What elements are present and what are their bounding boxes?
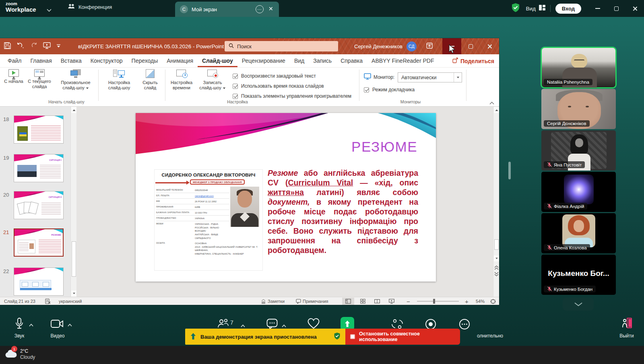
chat-chevron-icon[interactable] [282, 322, 286, 329]
scrollbar-thumb[interactable] [494, 239, 499, 250]
language-indicator[interactable]: украинский [59, 297, 82, 305]
banner-shield-icon[interactable] [334, 332, 341, 341]
view-button-label[interactable]: Вид [526, 6, 535, 12]
participants-scroll-down-button[interactable] [563, 298, 594, 311]
redo-icon[interactable] [30, 42, 37, 50]
customize-qat-icon[interactable] [56, 43, 61, 50]
ppt-search-box[interactable]: Поиск [225, 41, 338, 51]
tab-help[interactable]: Справка [336, 54, 367, 67]
view-slideshow-button[interactable] [386, 298, 398, 305]
slide-thumbnail-20[interactable]: СИТУАЦІЯ ІІ [14, 191, 64, 219]
custom-slideshow-button[interactable]: Произвольное слайд-шоу [56, 69, 96, 91]
checkbox-play-narrations[interactable]: Воспроизвести закадровый текст [233, 73, 316, 79]
view-normal-button[interactable] [342, 298, 354, 305]
ribbon-display-options-icon[interactable] [426, 43, 433, 50]
workspace-chevron-icon[interactable] [47, 6, 52, 14]
collapse-ribbon-icon[interactable] [489, 101, 494, 105]
comments-button[interactable]: Примечания [296, 297, 328, 305]
setup-slideshow-button[interactable]: Настройка слайд-шоу [101, 69, 137, 91]
thumbnail-scrollbar[interactable] [70, 107, 76, 297]
tab-slideshow[interactable]: Слайд-шоу [198, 54, 237, 67]
zoom-slider[interactable] [417, 297, 459, 305]
zoom-in-button[interactable]: + [465, 297, 469, 305]
tab-design[interactable]: Конструктор [86, 54, 127, 67]
record-slideshow-button[interactable]: Записать слайд-шоу [196, 69, 229, 91]
share-button[interactable]: Поделиться [452, 54, 494, 68]
tab-transitions[interactable]: Переходы [127, 54, 163, 67]
save-icon[interactable] [4, 42, 11, 51]
hide-slide-button[interactable]: Скрыть слайд [138, 69, 163, 91]
zoom-out-button[interactable]: − [407, 297, 410, 305]
tab-insert[interactable]: Вставка [56, 54, 86, 67]
participant-video-5[interactable]: Олена Козлова [541, 213, 616, 253]
slide-thumbnail-18[interactable] [14, 115, 64, 144]
security-shield-icon[interactable] [511, 3, 520, 14]
zoom-percentage[interactable]: 54% [476, 297, 485, 305]
participant-video-2[interactable]: Сергій Дєнєжніков [541, 89, 616, 129]
slide-21[interactable]: РЕЗЮМЕ СИДОРЕНКО ОЛЕКСАНДР ВІКТОРОВИЧ МЕ… [136, 113, 436, 282]
next-slide-button[interactable] [494, 271, 499, 278]
view-sorter-button[interactable] [357, 298, 369, 305]
rehearse-timings-button[interactable]: Настройка времени [168, 69, 195, 91]
tab-home[interactable]: Главная [26, 54, 56, 67]
scroll-down-button[interactable] [71, 290, 76, 296]
participants-chevron-icon[interactable] [241, 322, 245, 329]
account-button[interactable]: Сергей Денежников СД [354, 38, 433, 54]
from-beginning-button[interactable]: С начала [3, 69, 24, 84]
tab-abbyy[interactable]: ABBYY FineReader PDF [367, 54, 438, 67]
ppt-restore-button[interactable] [461, 38, 480, 54]
record-button[interactable] [425, 319, 436, 330]
tab-view[interactable]: Вид [290, 54, 309, 67]
leave-button[interactable] [621, 318, 632, 329]
video-button[interactable] [51, 319, 64, 328]
checkbox-presenter-view[interactable]: Режим докладчика [364, 87, 415, 93]
tab-animations[interactable]: Анимация [162, 54, 198, 67]
scroll-down-button[interactable] [494, 255, 499, 261]
shared-screen-scrollbar[interactable] [508, 162, 511, 179]
chat-button[interactable] [266, 319, 278, 329]
tab-record[interactable]: Запись [309, 54, 336, 67]
zoom-restore-button[interactable] [607, 0, 625, 17]
participant-video-3[interactable]: Яна Пустовіт [541, 130, 616, 171]
zoom-minimize-button[interactable] [588, 0, 607, 17]
monitor-select[interactable]: Автоматически [398, 72, 462, 82]
participant-video-1[interactable]: Nataliia Pshenychna [541, 47, 616, 88]
video-options-chevron-icon[interactable] [68, 321, 72, 328]
undo-icon[interactable] [17, 42, 25, 50]
ppt-close-button[interactable] [480, 38, 499, 54]
checkbox-show-controls[interactable]: Показать элементы управления проигрывате… [233, 93, 351, 99]
audio-button[interactable] [14, 318, 24, 330]
stop-share-banner[interactable]: Остановить совместное использование [345, 329, 460, 345]
audio-options-chevron-icon[interactable] [29, 321, 33, 328]
participant-video-6[interactable]: Кузьменко Бог... Кузьменко Богдан [541, 255, 616, 295]
slide-thumbnail-21-selected[interactable]: РЕЗЮМЕ [14, 228, 64, 257]
slide-thumbnail-19[interactable]: СИТУАЦІЯ І [14, 154, 64, 182]
tab-close-icon[interactable] [267, 6, 274, 12]
breakout-rooms-button[interactable] [391, 319, 403, 329]
reactions-button[interactable] [308, 318, 320, 329]
checkbox-use-timings[interactable]: Использовать время показа слайдов [233, 83, 324, 89]
participants-button[interactable] [217, 319, 229, 329]
from-current-slide-button[interactable]: С текущего слайда [25, 69, 54, 90]
view-layout-icon[interactable] [539, 5, 545, 12]
login-button[interactable]: Вход [555, 4, 581, 14]
view-reading-button[interactable] [371, 298, 383, 305]
tab-screen-share[interactable]: C Мой экран ⋯ [175, 2, 279, 17]
participant-video-4[interactable]: Фіалка Андрій [541, 172, 616, 212]
scroll-up-button[interactable] [71, 107, 76, 113]
tab-more-options-icon[interactable]: ⋯ [256, 5, 264, 13]
tab-file[interactable]: Файл [3, 54, 26, 67]
main-scrollbar[interactable] [493, 107, 499, 297]
spellcheck-icon[interactable] [45, 297, 51, 305]
weather-widget[interactable]: 1 2°C Cloudy [5, 348, 35, 360]
chevron-down-icon[interactable] [454, 73, 462, 82]
tab-review[interactable]: Рецензирование [237, 54, 290, 67]
more-options-button[interactable] [459, 319, 470, 330]
scroll-up-button[interactable] [494, 107, 499, 113]
zoom-close-button[interactable] [625, 0, 644, 17]
slide-canvas-area[interactable]: РЕЗЮМЕ СИДОРЕНКО ОЛЕКСАНДР ВІКТОРОВИЧ МЕ… [76, 107, 493, 297]
start-slideshow-icon[interactable] [43, 42, 51, 51]
notes-button[interactable]: Заметки [261, 297, 285, 305]
tab-conference[interactable]: Конференция [68, 3, 112, 11]
fit-to-window-icon[interactable] [490, 297, 496, 305]
